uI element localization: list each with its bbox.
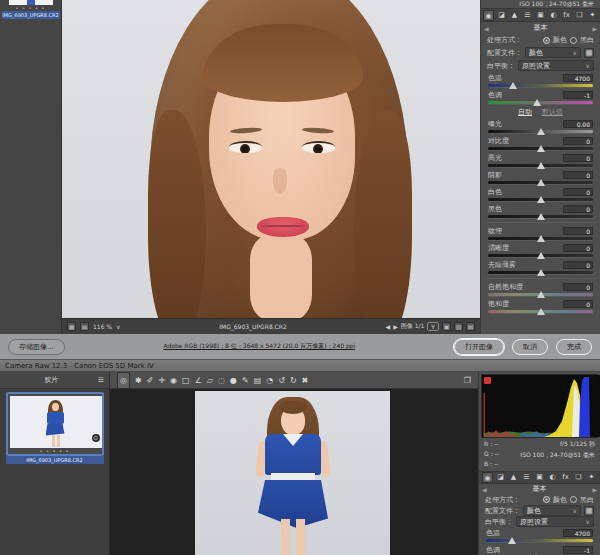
presets-tab-icon[interactable]: ❏ (573, 472, 584, 483)
dehaze-value[interactable]: 0 (563, 261, 593, 269)
profile-browser-icon[interactable]: ▦ (584, 506, 594, 516)
zoom-level[interactable]: 116 % (93, 323, 112, 330)
thumbnail-filename[interactable]: IMG_6903_UPGR8.CR2 (2, 11, 60, 19)
split-toning-tab-icon[interactable]: ▣ (534, 472, 545, 483)
slider-track[interactable] (488, 310, 593, 313)
slider-track[interactable] (488, 181, 593, 184)
effects-tab-icon[interactable]: fx (560, 472, 571, 483)
thumbnail-selected[interactable]: • • • • • ⊙ (6, 392, 104, 456)
slider-track[interactable] (488, 84, 593, 87)
red-eye-tool-icon[interactable]: ● (230, 373, 237, 388)
shadows-slider[interactable]: 阴影0 (481, 169, 600, 186)
straighten-tool-icon[interactable]: ∠ (195, 373, 202, 388)
thumbnail-partial[interactable] (9, 0, 53, 5)
profile-dropdown[interactable]: 颜色∨ (525, 47, 581, 58)
vibrance-value[interactable]: 0 (563, 283, 593, 291)
temperature-value[interactable]: 4700 (563, 529, 593, 537)
blacks-value[interactable]: 0 (563, 205, 593, 213)
radial-filter-tool-icon[interactable]: ◔ (266, 373, 273, 388)
slider-track[interactable] (488, 215, 593, 218)
basic-tab-icon[interactable]: ◉ (482, 472, 493, 483)
tint-value[interactable]: -1 (563, 546, 593, 554)
open-image-button[interactable]: 打开图像 (454, 339, 504, 355)
zoom-out-icon[interactable]: ▦ (67, 322, 76, 331)
treatment-color-radio[interactable] (543, 496, 550, 503)
slider-track[interactable] (488, 101, 593, 104)
saturation-value[interactable]: 0 (563, 300, 593, 308)
hsl-tab-icon[interactable]: ☰ (521, 472, 532, 483)
tone-curve-tab-icon[interactable]: ◪ (496, 10, 507, 21)
effects-tab-icon[interactable]: fx (561, 10, 572, 21)
detail-tab-icon[interactable]: ▲ (508, 472, 519, 483)
lens-corrections-tab-icon[interactable]: ◐ (547, 472, 558, 483)
temperature-slider[interactable]: 色温 4700 (481, 72, 600, 89)
whites-value[interactable]: 0 (563, 188, 593, 196)
zoom-tool-icon[interactable]: ◎ (117, 372, 130, 389)
treatment-color-label[interactable]: 颜色 (553, 495, 567, 505)
slider-track[interactable] (488, 293, 593, 296)
treatment-bw-radio[interactable] (570, 496, 577, 503)
star-rating[interactable]: • • • • • (10, 448, 100, 454)
done-button[interactable]: 完成 (556, 339, 592, 355)
panel-scroll-right-icon[interactable]: ▶ (592, 486, 597, 493)
clarity-slider[interactable]: 清晰度0 (481, 242, 600, 259)
texture-slider[interactable]: 纹理0 (481, 225, 600, 242)
slider-track[interactable] (486, 539, 593, 542)
presets-tab-icon[interactable]: ❏ (574, 10, 585, 21)
thumbnail-filename[interactable]: IMG_6903_UPGR8.CR2 (6, 456, 104, 464)
cancel-button[interactable]: 取消 (512, 339, 548, 355)
white-balance-dropdown[interactable]: 原照设置∨ (516, 516, 594, 527)
slider-track[interactable] (488, 147, 593, 150)
detail-tab-icon[interactable]: ▲ (509, 10, 520, 21)
temperature-value[interactable]: 4700 (563, 74, 593, 82)
shadow-clipping-indicator[interactable] (484, 377, 491, 384)
hand-tool-icon[interactable]: ✱ (135, 373, 142, 388)
adjustment-brush-tool-icon[interactable]: ✎ (242, 373, 249, 388)
zoom-chevron-icon[interactable]: ∨ (116, 323, 120, 330)
targeted-adjustment-tool-icon[interactable]: ◉ (170, 373, 177, 388)
white-balance-tool-icon[interactable]: ✐ (147, 373, 154, 388)
vibrance-slider[interactable]: 自然饱和度0 (481, 281, 600, 298)
view-option-icon[interactable]: ▨ (454, 322, 463, 331)
treatment-color-radio[interactable] (543, 37, 550, 44)
panel-scroll-right-icon[interactable]: ▶ (592, 25, 597, 32)
highlights-slider[interactable]: 高光0 (481, 152, 600, 169)
treatment-bw-label[interactable]: 黑白 (580, 495, 594, 505)
save-image-button[interactable]: 存储图像... (8, 339, 65, 355)
snapshots-tab-icon[interactable]: ✦ (587, 10, 598, 21)
contrast-value[interactable]: 0 (563, 137, 593, 145)
shadows-value[interactable]: 0 (563, 171, 593, 179)
workflow-options-link[interactable]: Adobe RGB (1998)；8 位；3648 x 5472 (20.0 百… (73, 342, 446, 351)
view-option-icon[interactable]: ▣ (442, 322, 451, 331)
view-option-icon[interactable]: ▤ (466, 322, 475, 331)
hsl-tab-icon[interactable]: ☰ (522, 10, 533, 21)
crop-tool-icon[interactable]: □ (182, 373, 190, 388)
slider-track[interactable] (488, 164, 593, 167)
rotate-left-tool-icon[interactable]: ↺ (278, 373, 285, 388)
highlight-clipping-indicator[interactable]: ▴ (592, 377, 595, 384)
white-balance-dropdown[interactable]: 原照设置∨ (518, 60, 594, 71)
saturation-slider[interactable]: 饱和度0 (481, 298, 600, 315)
before-after-toggle[interactable]: Y (427, 322, 439, 331)
exposure-slider[interactable]: 曝光0.00 (481, 118, 600, 135)
rotate-right-tool-icon[interactable]: ↻ (290, 373, 297, 388)
next-image-icon[interactable]: ▶ (393, 323, 398, 330)
tone-curve-tab-icon[interactable]: ◪ (495, 472, 506, 483)
treatment-bw-label[interactable]: 黑白 (580, 35, 594, 45)
whites-slider[interactable]: 白色0 (481, 186, 600, 203)
profile-dropdown[interactable]: 颜色∨ (523, 505, 581, 516)
tint-slider[interactable]: 色调 -1 (479, 544, 600, 555)
auto-link[interactable]: 自动 (518, 107, 532, 117)
color-sampler-tool-icon[interactable]: ✛ (158, 373, 165, 388)
graduated-filter-tool-icon[interactable]: ▤ (254, 373, 262, 388)
texture-value[interactable]: 0 (563, 227, 593, 235)
temperature-slider[interactable]: 色温 4700 (479, 527, 600, 544)
blacks-slider[interactable]: 黑色0 (481, 203, 600, 220)
filmstrip-menu-icon[interactable]: ☰ (98, 376, 104, 384)
slider-track[interactable] (488, 198, 593, 201)
split-toning-tab-icon[interactable]: ▣ (535, 10, 546, 21)
tint-value[interactable]: -1 (563, 91, 593, 99)
lens-corrections-tab-icon[interactable]: ◐ (548, 10, 559, 21)
clarity-value[interactable]: 0 (563, 244, 593, 252)
tint-slider[interactable]: 色调 -1 (481, 89, 600, 106)
